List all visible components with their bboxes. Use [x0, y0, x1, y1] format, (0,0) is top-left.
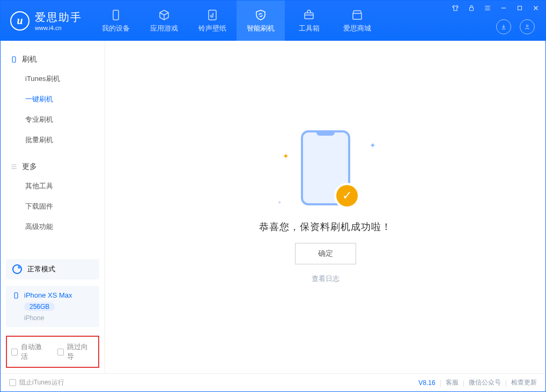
close-button[interactable] — [532, 4, 540, 12]
cube-icon — [158, 9, 171, 21]
sparkle-icon: ✦ — [277, 199, 282, 205]
nav-smart-flash[interactable]: 智能刷机 — [237, 1, 285, 41]
logo-block: u 爱思助手 www.i4.cn — [1, 1, 92, 41]
nav-store[interactable]: 爱思商城 — [333, 1, 381, 41]
list-icon — [10, 163, 18, 171]
download-icon[interactable] — [496, 19, 511, 34]
body: 刷机 iTunes刷机 一键刷机 专业刷机 批量刷机 更多 其他工具 下载固件 … — [1, 41, 545, 373]
mode-icon — [12, 264, 22, 274]
mode-card[interactable]: 正常模式 — [6, 259, 99, 279]
success-illustration: ✦ ✦ ✦ ✓ — [272, 130, 379, 211]
titlebar-right-icons — [496, 19, 535, 34]
svg-rect-5 — [518, 6, 522, 10]
svg-rect-1 — [209, 10, 216, 20]
svg-rect-0 — [113, 10, 119, 20]
sidebar-item-batch-flash[interactable]: 批量刷机 — [1, 130, 105, 150]
sidebar-item-other-tools[interactable]: 其他工具 — [1, 176, 105, 196]
lock-icon[interactable] — [467, 4, 476, 12]
checkbox-block-itunes[interactable]: 阻止iTunes运行 — [9, 378, 64, 387]
app-window: u 爱思助手 www.i4.cn 我的设备 应用游戏 铃声壁纸 智能刷机 — [0, 0, 546, 392]
success-message: 恭喜您，保资料刷机成功啦！ — [259, 220, 392, 233]
device-card[interactable]: iPhone XS Max 256GB iPhone — [6, 286, 99, 327]
version-label: V8.16 — [418, 379, 435, 387]
svg-point-6 — [526, 25, 528, 27]
shield-refresh-icon — [254, 9, 267, 21]
store-icon — [351, 9, 364, 21]
sparkle-icon: ✦ — [370, 141, 376, 150]
nav-label: 我的设备 — [102, 24, 130, 33]
tshirt-icon[interactable] — [451, 4, 460, 12]
sidebar-item-itunes-flash[interactable]: iTunes刷机 — [1, 69, 105, 89]
checkbox-auto-activate[interactable]: 自动激活 — [11, 342, 48, 361]
view-log-link[interactable]: 查看日志 — [312, 274, 340, 284]
checkbox-icon — [57, 349, 64, 356]
nav-apps-games[interactable]: 应用游戏 — [140, 1, 188, 41]
sparkle-icon: ✦ — [283, 152, 289, 160]
titlebar: u 爱思助手 www.i4.cn 我的设备 应用游戏 铃声壁纸 智能刷机 — [1, 1, 545, 41]
group-title: 更多 — [22, 162, 37, 172]
sidebar-item-pro-flash[interactable]: 专业刷机 — [1, 109, 105, 130]
svg-rect-8 — [14, 292, 18, 298]
device-name: iPhone XS Max — [24, 291, 72, 299]
checkbox-label: 自动激活 — [21, 342, 48, 361]
app-name-cn: 爱思助手 — [35, 10, 82, 25]
nav-label: 铃声壁纸 — [198, 24, 226, 33]
minimize-button[interactable] — [499, 4, 508, 12]
nav-label: 工具箱 — [299, 24, 320, 33]
logo-text: 爱思助手 www.i4.cn — [35, 10, 82, 31]
footer-link-update[interactable]: 检查更新 — [511, 378, 537, 387]
sidebar-group-flash: 刷机 — [1, 50, 105, 69]
nav-my-device[interactable]: 我的设备 — [92, 1, 140, 41]
nav-label: 应用游戏 — [150, 24, 178, 33]
sidebar-item-advanced[interactable]: 高级功能 — [1, 217, 105, 237]
nav-label: 智能刷机 — [247, 24, 275, 33]
window-controls — [451, 4, 540, 12]
check-badge-icon: ✓ — [336, 185, 358, 206]
mode-label: 正常模式 — [27, 264, 55, 274]
maximize-button[interactable] — [515, 4, 524, 12]
checkbox-label: 阻止iTunes运行 — [19, 378, 64, 387]
footer-link-support[interactable]: 客服 — [446, 378, 459, 387]
group-title: 刷机 — [22, 55, 37, 64]
main-content: ✦ ✦ ✦ ✓ 恭喜您，保资料刷机成功啦！ 确定 查看日志 — [105, 41, 545, 373]
highlighted-checkbox-row: 自动激活 跳过向导 — [6, 336, 99, 368]
checkbox-label: 跳过向导 — [67, 342, 94, 361]
nav-ringtone-wallpaper[interactable]: 铃声壁纸 — [188, 1, 237, 41]
footer: 阻止iTunes运行 V8.16 | 客服 | 微信公众号 | 检查更新 — [1, 373, 545, 391]
sidebar-item-download-firmware[interactable]: 下载固件 — [1, 196, 105, 217]
toolbox-icon — [302, 9, 315, 21]
checkbox-icon — [9, 379, 16, 386]
svg-rect-2 — [305, 13, 313, 19]
nav-toolbox[interactable]: 工具箱 — [285, 1, 333, 41]
checkbox-skip-guide[interactable]: 跳过向导 — [57, 342, 94, 361]
user-icon[interactable] — [520, 19, 535, 34]
nav-label: 爱思商城 — [343, 24, 371, 33]
menu-icon[interactable] — [483, 4, 492, 12]
phone-icon — [12, 292, 20, 299]
checkbox-icon — [11, 349, 18, 356]
sidebar-item-oneclick-flash[interactable]: 一键刷机 — [1, 89, 105, 109]
device-storage-badge: 256GB — [24, 302, 55, 311]
phone-icon — [10, 56, 18, 63]
footer-link-wechat[interactable]: 微信公众号 — [469, 378, 501, 387]
logo-icon: u — [10, 11, 29, 31]
svg-rect-7 — [12, 57, 16, 63]
app-name-en: www.i4.cn — [35, 25, 82, 31]
device-type: iPhone — [12, 314, 44, 322]
svg-rect-4 — [470, 8, 474, 11]
sidebar-group-more: 更多 — [1, 158, 105, 176]
device-icon — [109, 9, 122, 21]
sidebar: 刷机 iTunes刷机 一键刷机 专业刷机 批量刷机 更多 其他工具 下载固件 … — [1, 41, 105, 373]
confirm-button[interactable]: 确定 — [295, 243, 356, 264]
music-file-icon — [206, 9, 219, 21]
svg-rect-3 — [353, 13, 361, 19]
